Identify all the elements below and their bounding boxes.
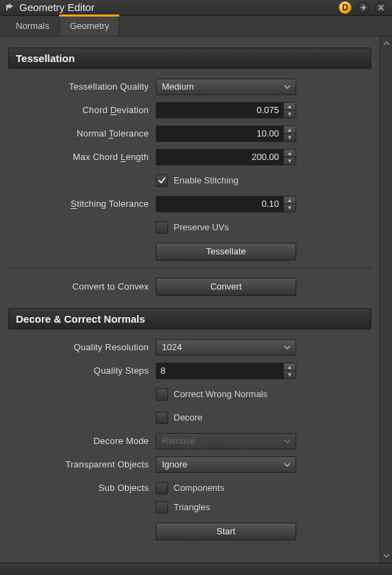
chevron-down-icon (282, 342, 293, 353)
normal-tolerance-spinner[interactable]: ▲▼ (156, 125, 296, 142)
convert-button[interactable]: Convert (156, 278, 296, 296)
section-decore: Decore & Correct Normals Quality Resolut… (8, 308, 371, 541)
chevron-down-icon (282, 81, 293, 92)
decore-label: Decore (174, 412, 203, 423)
chevron-down-icon (282, 459, 293, 470)
checkbox-icon (156, 482, 168, 494)
quality-resolution-label: Quality Resolution (8, 342, 156, 352)
correct-wrong-normals-label: Correct Wrong Normals (174, 389, 267, 399)
content-area: Tessellation Tessellation Quality Medium (0, 36, 392, 563)
chord-deviation-label: Chord Deviation (8, 105, 156, 115)
decore-heading: Decore & Correct Normals (8, 308, 371, 330)
decore-mode-dropdown[interactable]: Remove (156, 433, 296, 450)
decore-mode-label: Decore Mode (8, 436, 156, 446)
app-icon (4, 2, 15, 13)
quality-resolution-dropdown[interactable]: 1024 (156, 339, 296, 356)
statusbar (0, 563, 392, 575)
normal-tolerance-input[interactable] (156, 126, 283, 141)
stitching-tolerance-input[interactable] (156, 196, 283, 212)
tab-geometry[interactable]: Geometry (59, 16, 119, 36)
transparent-objects-label: Transparent Objects (8, 459, 156, 470)
chevron-down-icon (282, 436, 293, 447)
scroll-up-icon[interactable] (380, 38, 392, 49)
window-title: Geometry Editor (19, 1, 334, 13)
spinner-buttons[interactable]: ▲▼ (283, 103, 296, 118)
components-checkbox[interactable]: Components (156, 480, 296, 496)
spinner-buttons[interactable]: ▲▼ (283, 363, 296, 379)
convert-to-convex-label: Convert to Convex (8, 281, 156, 292)
tessellation-heading: Tessellation (8, 48, 371, 69)
chord-deviation-input[interactable] (156, 103, 283, 118)
triangles-checkbox[interactable]: Triangles (156, 499, 296, 516)
spinner-buttons[interactable]: ▲▼ (283, 196, 296, 212)
checkbox-icon (156, 221, 168, 234)
sub-objects-label: Sub Objects (8, 480, 156, 493)
quality-steps-input[interactable] (156, 363, 283, 379)
quality-steps-label: Quality Steps (8, 365, 156, 376)
divider (8, 268, 371, 268)
spinner-buttons[interactable]: ▲▼ (283, 126, 296, 141)
components-label: Components (174, 483, 225, 493)
tab-normals[interactable]: Normals (6, 16, 59, 36)
normal-tolerance-label: Normal Tolerance (8, 128, 156, 139)
preserve-uvs-label: Preserve UVs (174, 222, 229, 232)
spinner-buttons[interactable]: ▲▼ (283, 150, 296, 165)
checkbox-icon (156, 501, 168, 514)
decore-checkbox[interactable]: Decore (156, 410, 296, 426)
stitching-tolerance-label: Stitching Tolerance (8, 199, 156, 209)
d-badge[interactable]: D (338, 1, 352, 14)
max-chord-length-input[interactable] (156, 150, 283, 165)
close-icon[interactable] (374, 1, 388, 14)
correct-wrong-normals-checkbox[interactable]: Correct Wrong Normals (156, 386, 296, 403)
chord-deviation-spinner[interactable]: ▲▼ (156, 102, 296, 119)
stitching-tolerance-spinner[interactable]: ▲▼ (156, 196, 296, 212)
preserve-uvs-checkbox[interactable]: Preserve UVs (156, 219, 296, 236)
enable-stitching-checkbox[interactable]: Enable Stitching (156, 172, 296, 189)
enable-stitching-label: Enable Stitching (174, 175, 238, 185)
titlebar: Geometry Editor D (0, 0, 392, 16)
tessellation-quality-label: Tessellation Quality (8, 81, 156, 92)
max-chord-length-label: Max Chord Length (8, 152, 156, 162)
detach-icon[interactable] (356, 1, 370, 14)
section-tessellation: Tessellation Tessellation Quality Medium (8, 48, 371, 296)
max-chord-length-spinner[interactable]: ▲▼ (156, 149, 296, 165)
checkbox-icon (156, 174, 168, 187)
scroll-down-icon[interactable] (380, 550, 392, 561)
tessellation-quality-dropdown[interactable]: Medium (156, 79, 296, 95)
scrollbar[interactable] (380, 37, 392, 563)
tab-strip: Normals Geometry (0, 16, 392, 36)
start-button[interactable]: Start (156, 523, 296, 541)
triangles-label: Triangles (174, 502, 210, 512)
window: Geometry Editor D Normals Geometry Tesse… (0, 0, 392, 575)
checkbox-icon (156, 388, 168, 401)
transparent-objects-dropdown[interactable]: Ignore (156, 456, 296, 473)
quality-steps-spinner[interactable]: ▲▼ (156, 363, 296, 379)
tessellate-button[interactable]: Tessellate (156, 243, 296, 261)
checkbox-icon (156, 412, 168, 424)
